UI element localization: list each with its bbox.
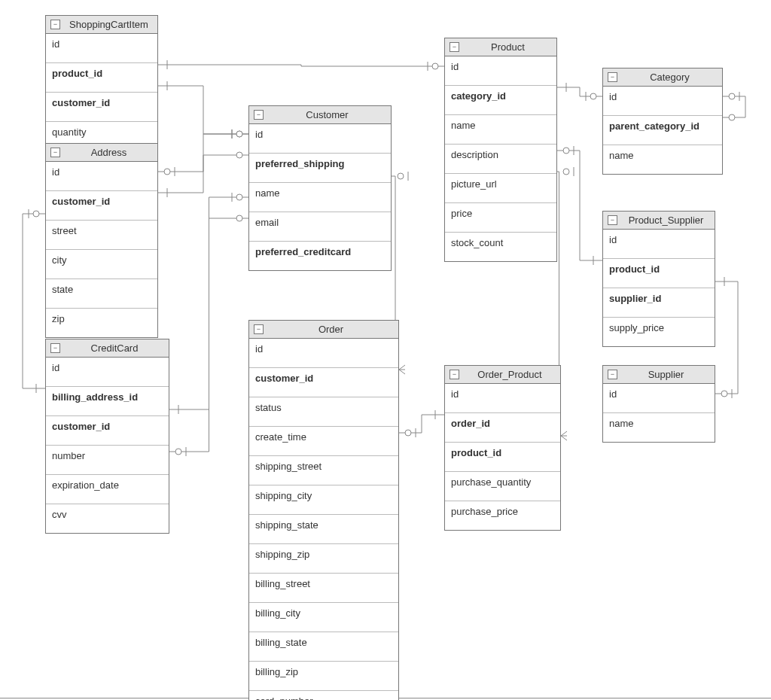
entity-address[interactable]: −Addressidcustomer_idstreetcitystatezip: [45, 143, 158, 338]
collapse-icon[interactable]: −: [254, 324, 264, 334]
field-status[interactable]: status: [249, 397, 398, 427]
collapse-icon[interactable]: −: [254, 110, 264, 120]
field-customer_id[interactable]: customer_id: [249, 368, 398, 397]
entity-title: ShoppingCartItem: [65, 19, 153, 30]
field-purchase_price[interactable]: purchase_price: [445, 501, 560, 530]
field-create_time[interactable]: create_time: [249, 427, 398, 456]
entity-header[interactable]: −Address: [46, 144, 157, 162]
field-zip[interactable]: zip: [46, 309, 157, 337]
field-product_id[interactable]: product_id: [603, 259, 715, 288]
field-shipping_zip[interactable]: shipping_zip: [249, 544, 398, 574]
collapse-icon[interactable]: −: [449, 370, 459, 379]
field-product_id[interactable]: product_id: [445, 443, 560, 472]
entity-header[interactable]: −Product: [445, 38, 556, 56]
field-expiration_date[interactable]: expiration_date: [46, 475, 169, 504]
field-city[interactable]: city: [46, 250, 157, 279]
field-shipping_city[interactable]: shipping_city: [249, 485, 398, 515]
svg-line-85: [561, 436, 567, 440]
entity-header[interactable]: −CreditCard: [46, 339, 169, 358]
entity-header[interactable]: −Supplier: [603, 366, 715, 384]
field-street[interactable]: street: [46, 221, 157, 250]
entity-order[interactable]: −Orderidcustomer_idstatuscreate_timeship…: [248, 320, 399, 700]
field-order_id[interactable]: order_id: [445, 413, 560, 443]
entity-product_supplier[interactable]: −Product_Supplieridproduct_idsupplier_id…: [602, 211, 715, 347]
field-purchase_quantity[interactable]: purchase_quantity: [445, 472, 560, 501]
field-picture_url[interactable]: picture_url: [445, 174, 556, 203]
entity-header[interactable]: −Order: [249, 321, 398, 339]
entity-credit_card[interactable]: −CreditCardidbilling_address_idcustomer_…: [45, 339, 169, 534]
field-state[interactable]: state: [46, 279, 157, 309]
field-email[interactable]: email: [249, 212, 391, 242]
field-customer_id[interactable]: customer_id: [46, 93, 157, 122]
field-customer_id[interactable]: customer_id: [46, 416, 169, 446]
field-billing_address_id[interactable]: billing_address_id: [46, 387, 169, 416]
entity-supplier[interactable]: −Supplieridname: [602, 365, 715, 443]
collapse-icon[interactable]: −: [50, 20, 60, 29]
entity-header[interactable]: −Customer: [249, 106, 391, 124]
field-card_number[interactable]: card_number: [249, 691, 398, 700]
field-shipping_street[interactable]: shipping_street: [249, 456, 398, 485]
field-name[interactable]: name: [603, 145, 722, 174]
entity-title: Product_Supplier: [622, 215, 710, 226]
field-stock_count[interactable]: stock_count: [445, 233, 556, 261]
field-supply_price[interactable]: supply_price: [603, 318, 715, 346]
field-price[interactable]: price: [445, 203, 556, 233]
entity-order_product[interactable]: −Order_Productidorder_idproduct_idpurcha…: [444, 365, 561, 531]
field-shipping_state[interactable]: shipping_state: [249, 515, 398, 544]
entity-header[interactable]: −ShoppingCartItem: [46, 16, 157, 34]
field-billing_state[interactable]: billing_state: [249, 632, 398, 662]
collapse-icon[interactable]: −: [50, 343, 60, 353]
svg-point-106: [729, 93, 735, 99]
entity-header[interactable]: −Order_Product: [445, 366, 560, 384]
collapse-icon[interactable]: −: [50, 148, 60, 157]
field-cvv[interactable]: cvv: [46, 504, 169, 533]
svg-point-88: [563, 169, 569, 175]
field-preferred_shipping[interactable]: preferred_shipping: [249, 154, 391, 183]
field-name[interactable]: name: [603, 413, 715, 442]
svg-point-115: [563, 148, 569, 154]
field-id[interactable]: id: [46, 358, 169, 387]
entity-title: Customer: [268, 109, 386, 120]
field-id[interactable]: id: [46, 34, 157, 63]
field-customer_id[interactable]: customer_id: [46, 191, 157, 221]
field-billing_city[interactable]: billing_city: [249, 603, 398, 632]
field-product_id[interactable]: product_id: [46, 63, 157, 93]
field-name[interactable]: name: [445, 115, 556, 145]
svg-point-43: [236, 194, 242, 200]
field-id[interactable]: id: [603, 87, 722, 116]
field-id[interactable]: id: [603, 384, 715, 413]
entity-shopping_cart_item[interactable]: −ShoppingCartItemidproduct_idcustomer_id…: [45, 15, 158, 151]
field-billing_street[interactable]: billing_street: [249, 574, 398, 603]
entity-header[interactable]: −Category: [603, 68, 722, 87]
field-id[interactable]: id: [249, 124, 391, 154]
svg-point-30: [164, 169, 170, 175]
field-description[interactable]: description: [445, 145, 556, 174]
entity-customer[interactable]: −Customeridpreferred_shippingnameemailpr…: [248, 105, 392, 271]
field-id[interactable]: id: [445, 384, 560, 413]
collapse-icon[interactable]: −: [608, 215, 617, 225]
entity-product[interactable]: −Productidcategory_idnamedescriptionpict…: [444, 38, 557, 262]
entity-title: Address: [65, 147, 153, 158]
collapse-icon[interactable]: −: [608, 72, 617, 82]
field-number[interactable]: number: [46, 446, 169, 475]
entity-category[interactable]: −Categoryidparent_category_idname: [602, 68, 723, 175]
svg-point-16: [236, 131, 242, 137]
svg-point-61: [33, 211, 39, 217]
collapse-icon[interactable]: −: [449, 42, 459, 52]
field-id[interactable]: id: [46, 162, 157, 191]
field-name[interactable]: name: [249, 183, 391, 212]
entity-header[interactable]: −Product_Supplier: [603, 212, 715, 230]
field-id[interactable]: id: [603, 230, 715, 259]
svg-point-53: [236, 215, 242, 221]
collapse-icon[interactable]: −: [608, 370, 617, 379]
field-id[interactable]: id: [445, 56, 556, 86]
field-category_id[interactable]: category_id: [445, 86, 556, 115]
field-id[interactable]: id: [249, 339, 398, 368]
field-parent_category_id[interactable]: parent_category_id: [603, 116, 722, 145]
entity-title: Order_Product: [464, 369, 556, 380]
field-billing_zip[interactable]: billing_zip: [249, 662, 398, 691]
field-preferred_creditcard[interactable]: preferred_creditcard: [249, 242, 391, 270]
entity-title: Category: [622, 72, 718, 83]
svg-line-67: [399, 370, 405, 374]
field-supplier_id[interactable]: supplier_id: [603, 288, 715, 318]
